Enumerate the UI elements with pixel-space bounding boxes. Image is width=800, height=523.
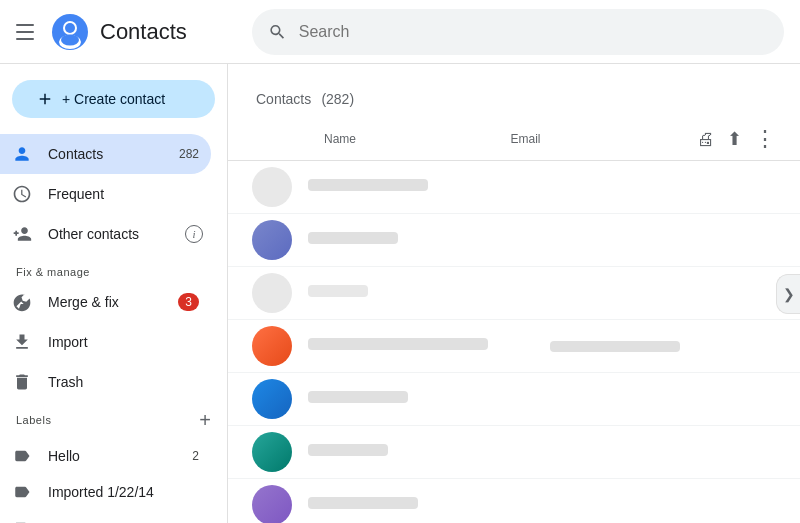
name-placeholder <box>308 285 368 297</box>
contact-name-cell <box>308 338 534 354</box>
other-contacts-icon <box>12 224 32 244</box>
sidebar-item-import[interactable]: Import <box>0 322 211 362</box>
label-icon-3 <box>12 518 32 523</box>
name-placeholder <box>308 391 408 403</box>
merge-badge: 3 <box>178 293 199 311</box>
name-column-header: Name <box>324 132 495 146</box>
label-icon <box>12 446 32 466</box>
contact-name-cell <box>308 391 534 407</box>
add-icon <box>36 90 54 108</box>
avatar <box>252 273 292 313</box>
app-logo <box>52 14 88 50</box>
table-actions: 🖨 ⬆ ⋮ <box>697 126 776 152</box>
name-placeholder <box>308 179 428 191</box>
sidebar-item-contacts[interactable]: Contacts 282 <box>0 134 211 174</box>
avatar <box>252 379 292 419</box>
more-options-button[interactable]: ⋮ <box>754 126 776 152</box>
contact-name-cell <box>308 285 534 301</box>
search-input[interactable] <box>299 23 768 41</box>
content-header: Contacts (282) <box>228 64 800 118</box>
name-placeholder <box>308 497 418 509</box>
avatar <box>252 167 292 207</box>
label-item-imported[interactable]: Imported 1/22/14 <box>0 474 211 510</box>
content-area: Contacts (282) Name Email 🖨 ⬆ ⋮ <box>228 64 800 523</box>
wrench-icon <box>12 292 32 312</box>
name-placeholder <box>308 444 388 456</box>
search-bar[interactable] <box>252 9 784 55</box>
label-item-mygroup[interactable]: My Group <box>0 510 211 523</box>
contact-email-cell <box>550 341 776 352</box>
create-contact-button[interactable]: + Create contact <box>12 80 215 118</box>
page-title: Contacts (282) <box>252 84 776 110</box>
name-placeholder <box>308 232 398 244</box>
add-label-button[interactable]: + <box>199 410 211 430</box>
person-icon <box>12 144 32 164</box>
contact-name-cell <box>308 444 534 460</box>
email-column-header: Email <box>511 132 682 146</box>
main-layout: + Create contact Contacts 282 Frequent O… <box>0 64 800 523</box>
frequent-icon <box>12 184 32 204</box>
search-icon <box>268 22 287 42</box>
table-row[interactable] <box>228 161 800 214</box>
table-row[interactable] <box>228 267 800 320</box>
print-button[interactable]: 🖨 <box>697 129 715 150</box>
table-row[interactable] <box>228 373 800 426</box>
avatar <box>252 220 292 260</box>
table-row[interactable] <box>228 479 800 523</box>
import-icon <box>12 332 32 352</box>
avatar <box>252 326 292 366</box>
table-row[interactable] <box>228 426 800 479</box>
header: Contacts <box>0 0 800 64</box>
contact-name-cell <box>308 232 534 248</box>
header-left: Contacts <box>16 14 236 50</box>
contacts-count-badge: 282 <box>179 147 199 161</box>
sidebar-item-other-contacts[interactable]: Other contacts i <box>0 214 211 254</box>
contact-name-cell <box>308 179 534 195</box>
collapse-sidebar-button[interactable]: ❯ <box>776 274 800 314</box>
info-icon[interactable]: i <box>185 225 203 243</box>
labels-section-header: Labels + <box>0 402 227 438</box>
chevron-right-icon: ❯ <box>783 286 795 302</box>
sidebar-item-trash[interactable]: Trash <box>0 362 211 402</box>
other-contacts-label: Other contacts <box>48 226 139 242</box>
app-title: Contacts <box>100 19 187 45</box>
label-item-hello[interactable]: Hello 2 <box>0 438 211 474</box>
avatar <box>252 485 292 523</box>
email-placeholder <box>550 341 680 352</box>
table-row[interactable] <box>228 214 800 267</box>
table-row[interactable] <box>228 320 800 373</box>
avatar <box>252 432 292 472</box>
svg-point-3 <box>65 23 75 33</box>
fix-manage-label: Fix & manage <box>0 254 227 282</box>
table-header: Name Email 🖨 ⬆ ⋮ <box>228 118 800 161</box>
name-placeholder <box>308 338 488 350</box>
label-icon-2 <box>12 482 32 502</box>
trash-icon <box>12 372 32 392</box>
hamburger-icon[interactable] <box>16 20 40 44</box>
svg-point-4 <box>61 34 79 45</box>
export-button[interactable]: ⬆ <box>727 128 742 150</box>
sidebar-item-merge[interactable]: Merge & fix 3 <box>0 282 211 322</box>
contact-name-cell <box>308 497 534 513</box>
sidebar-item-frequent[interactable]: Frequent <box>0 174 211 214</box>
sidebar: + Create contact Contacts 282 Frequent O… <box>0 64 228 523</box>
